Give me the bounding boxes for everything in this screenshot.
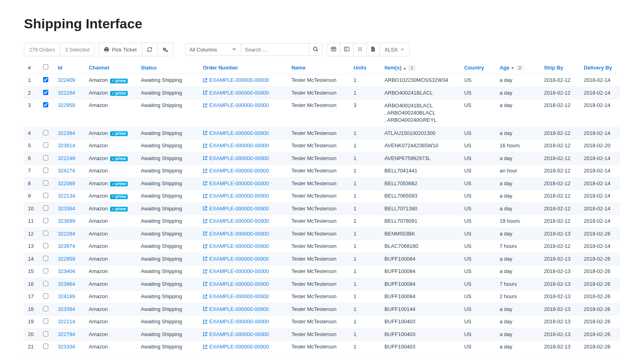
cell-order[interactable]: EXAMPLE-000000-00000	[199, 74, 287, 87]
column-view-button[interactable]	[340, 43, 353, 56]
cell-order[interactable]: EXAMPLE-000000-00000	[199, 316, 287, 328]
order-external-link[interactable]: EXAMPLE-000000-00000	[203, 344, 269, 350]
cell-id[interactable]: 322114	[54, 316, 85, 328]
cell-checkbox[interactable]	[39, 227, 54, 240]
cell-checkbox[interactable]	[39, 127, 54, 140]
cell-id[interactable]: 322859	[54, 253, 85, 265]
cell-order[interactable]: EXAMPLE-000000-00000	[199, 87, 287, 99]
row-checkbox[interactable]	[43, 293, 48, 299]
cell-id[interactable]: 323814	[54, 140, 85, 152]
order-external-link[interactable]: EXAMPLE-000000-00000	[203, 193, 269, 199]
cell-order[interactable]: EXAMPLE-000000-00000	[199, 215, 287, 228]
grid-view-button[interactable]	[327, 43, 340, 56]
cell-id[interactable]: 322794	[54, 328, 85, 341]
cell-order[interactable]: EXAMPLE-000000-00000	[199, 278, 287, 291]
order-external-link[interactable]: EXAMPLE-000000-00000	[203, 168, 269, 174]
cell-id[interactable]: 322284	[54, 227, 85, 240]
cell-id[interactable]: 323404	[54, 265, 85, 278]
cell-id[interactable]: 323974	[54, 240, 85, 253]
cell-order[interactable]: EXAMPLE-000000-00000	[199, 227, 287, 240]
row-checkbox[interactable]	[43, 102, 48, 107]
cell-checkbox[interactable]	[39, 215, 54, 228]
cell-order[interactable]: EXAMPLE-000000-00000	[199, 165, 287, 178]
row-checkbox[interactable]	[43, 281, 48, 286]
cell-checkbox[interactable]	[39, 74, 54, 87]
cell-id[interactable]: 322409	[54, 74, 85, 87]
col-name[interactable]: Name	[287, 61, 349, 74]
order-external-link[interactable]: EXAMPLE-000000-00000	[203, 180, 269, 186]
col-shipby[interactable]: Ship By	[540, 61, 580, 74]
order-external-link[interactable]: EXAMPLE-000000-00000	[203, 256, 269, 262]
cell-checkbox[interactable]	[39, 240, 54, 253]
col-channel[interactable]: Channel	[85, 61, 137, 74]
cell-id[interactable]: 324189	[54, 291, 85, 303]
search-button[interactable]	[309, 44, 322, 55]
cell-checkbox[interactable]	[39, 202, 54, 215]
cell-checkbox[interactable]	[39, 265, 54, 278]
cell-order[interactable]: EXAMPLE-000000-00000	[199, 240, 287, 253]
cell-order[interactable]: EXAMPLE-000000-00000	[199, 253, 287, 265]
order-external-link[interactable]: EXAMPLE-000000-00000	[203, 281, 269, 287]
cell-id[interactable]: 323394	[54, 303, 85, 316]
cell-order[interactable]: EXAMPLE-000000-00000	[199, 152, 287, 165]
order-external-link[interactable]: EXAMPLE-000000-00000	[203, 243, 269, 249]
order-external-link[interactable]: EXAMPLE-000000-00000	[203, 142, 269, 148]
cell-id[interactable]: 323334	[54, 341, 85, 354]
cell-checkbox[interactable]	[39, 278, 54, 291]
cell-checkbox[interactable]	[39, 253, 54, 265]
col-units[interactable]: Units	[350, 61, 381, 74]
cell-order[interactable]: EXAMPLE-000000-00000	[199, 265, 287, 278]
col-age[interactable]: Age▼2	[496, 61, 540, 74]
order-external-link[interactable]: EXAMPLE-000000-00000	[203, 90, 269, 96]
row-checkbox[interactable]	[43, 90, 48, 95]
cell-order[interactable]: EXAMPLE-000000-00000	[199, 190, 287, 203]
cell-order[interactable]: EXAMPLE-000000-00000	[199, 127, 287, 140]
col-delby[interactable]: Delivery By	[580, 61, 620, 74]
cell-id[interactable]: 323364	[54, 202, 85, 215]
cell-checkbox[interactable]	[39, 190, 54, 203]
row-checkbox[interactable]	[43, 306, 48, 311]
search-input[interactable]	[241, 44, 309, 55]
row-checkbox[interactable]	[43, 344, 48, 349]
cell-checkbox[interactable]	[39, 328, 54, 341]
cell-order[interactable]: EXAMPLE-000000-00000	[199, 341, 287, 354]
cell-checkbox[interactable]	[39, 291, 54, 303]
order-external-link[interactable]: EXAMPLE-000000-00000	[203, 155, 269, 161]
cell-checkbox[interactable]	[39, 341, 54, 354]
cell-checkbox[interactable]	[39, 316, 54, 328]
row-checkbox[interactable]	[43, 318, 48, 324]
sort-button[interactable]	[353, 43, 366, 56]
row-checkbox[interactable]	[43, 268, 48, 273]
cell-order[interactable]: EXAMPLE-000000-00000	[199, 140, 287, 152]
order-external-link[interactable]: EXAMPLE-000000-00000	[203, 130, 269, 136]
cell-id[interactable]: 322089	[54, 177, 85, 190]
cell-checkbox[interactable]	[39, 177, 54, 190]
cell-id[interactable]: 324274	[54, 165, 85, 178]
cell-order[interactable]: EXAMPLE-000000-00000	[199, 328, 287, 341]
row-checkbox[interactable]	[43, 206, 48, 211]
col-country[interactable]: Country	[460, 61, 496, 74]
row-checkbox[interactable]	[43, 193, 48, 198]
col-status[interactable]: Status	[137, 61, 199, 74]
order-external-link[interactable]: EXAMPLE-000000-00000	[203, 206, 269, 212]
cell-id[interactable]: 323699	[54, 215, 85, 228]
export-button[interactable]	[366, 43, 379, 56]
cell-checkbox[interactable]	[39, 165, 54, 178]
row-checkbox[interactable]	[43, 155, 48, 160]
col-id[interactable]: Id	[54, 61, 85, 74]
cell-order[interactable]: EXAMPLE-000000-00000	[199, 177, 287, 190]
cell-checkbox[interactable]	[39, 152, 54, 165]
row-checkbox[interactable]	[43, 168, 48, 173]
order-external-link[interactable]: EXAMPLE-000000-00000	[203, 231, 269, 237]
refresh-button[interactable]	[142, 43, 157, 56]
order-external-link[interactable]: EXAMPLE-000000-00000	[203, 268, 269, 274]
order-external-link[interactable]: EXAMPLE-000000-00000	[203, 293, 269, 299]
cell-order[interactable]: EXAMPLE-000000-00000	[199, 202, 287, 215]
cell-id[interactable]: 322959	[54, 99, 85, 127]
pick-ticket-button[interactable]: Pick Ticket	[99, 43, 141, 56]
cell-id[interactable]: 322134	[54, 190, 85, 203]
cell-id[interactable]: 323964	[54, 278, 85, 291]
cell-checkbox[interactable]	[39, 99, 54, 127]
order-external-link[interactable]: EXAMPLE-000000-00000	[203, 318, 269, 324]
order-external-link[interactable]: EXAMPLE-000000-00000	[203, 218, 269, 224]
